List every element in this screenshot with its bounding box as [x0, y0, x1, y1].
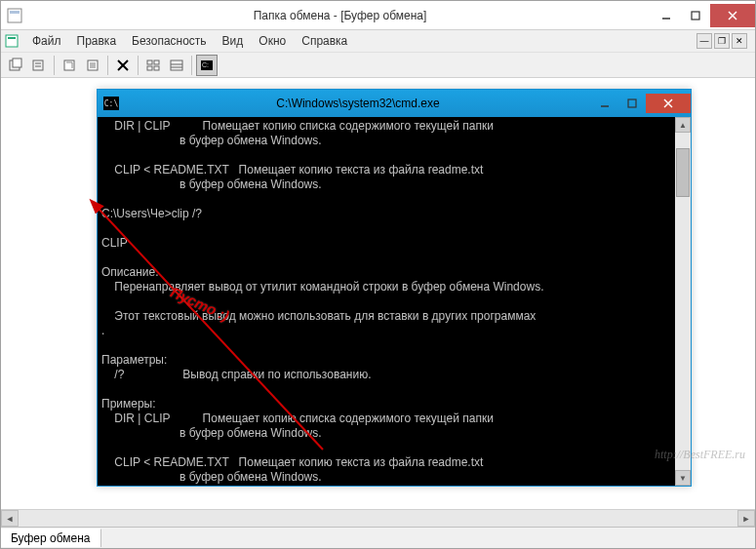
cmd-line: DIR | CLIP Помещает копию списка содержи… — [101, 412, 494, 425]
menu-file[interactable]: Файл — [24, 32, 69, 50]
window-title: Папка обмена - [Буфер обмена] — [28, 9, 652, 22]
cmd-line: CLIP < README.TXT Помещает копию текста … — [101, 455, 483, 469]
mdi-minimize-button[interactable]: — — [696, 33, 712, 49]
statusbar: Буфер обмена — [1, 527, 755, 548]
svg-rect-18 — [147, 60, 152, 64]
cmd-icon: C:\ — [103, 97, 119, 110]
scroll-track[interactable] — [675, 133, 691, 470]
toolbar: C: — [1, 53, 755, 78]
menu-help[interactable]: Справка — [294, 32, 355, 50]
toolbar-separator-2 — [107, 56, 108, 75]
svg-rect-19 — [154, 60, 159, 64]
app-window: Папка обмена - [Буфер обмена] Файл Правк… — [0, 0, 756, 549]
svg-rect-21 — [154, 66, 159, 70]
toolbar-separator-3 — [138, 56, 139, 75]
window-controls — [652, 4, 755, 27]
svg-rect-3 — [692, 12, 699, 20]
cmd-line: в буфер обмена Windows. — [101, 134, 322, 147]
status-tab[interactable]: Буфер обмена — [1, 529, 101, 547]
cmd-line: Перенаправляет вывод от утилит командной… — [101, 280, 543, 294]
cmd-line: Этот текстовый вывод можно использовать … — [101, 309, 536, 323]
scroll-thumb[interactable] — [676, 148, 690, 197]
cmd-line: в буфер обмена Windows. — [101, 177, 322, 191]
cmd-line: в буфер обмена Windows. — [101, 470, 322, 484]
close-button[interactable] — [710, 4, 755, 27]
minimize-button[interactable] — [652, 4, 681, 27]
toolbar-btn-3[interactable] — [59, 55, 80, 76]
cmd-line: CLIP — [101, 236, 128, 250]
svg-rect-10 — [33, 60, 43, 70]
cmd-line: Описание. — [101, 265, 159, 279]
mdi-close-button[interactable]: ✕ — [732, 33, 747, 49]
hscroll-track[interactable] — [19, 510, 737, 527]
menu-view[interactable]: Вид — [215, 32, 252, 50]
cmd-minimize-button[interactable] — [591, 94, 618, 113]
cmd-line: Примеры: — [101, 397, 156, 411]
hscroll-right-arrow-icon[interactable]: ► — [737, 510, 755, 527]
svg-rect-22 — [171, 60, 182, 70]
toolbar-delete-button[interactable] — [112, 55, 134, 76]
cmd-line: в буфер обмена Windows. — [101, 426, 322, 440]
menu-security[interactable]: Безопасность — [124, 32, 215, 50]
horizontal-scrollbar[interactable]: ◄ ► — [1, 509, 755, 527]
cmd-scrollbar[interactable]: ▲ ▼ — [675, 117, 691, 486]
toolbar-btn-1[interactable] — [5, 55, 26, 76]
cmd-line: C:\Users\Че>clip /? — [101, 207, 202, 220]
toolbar-btn-2[interactable] — [28, 55, 50, 76]
scroll-down-arrow-icon[interactable]: ▼ — [675, 470, 691, 486]
cmd-line: DIR | CLIP Помещает копию списка содержи… — [101, 119, 494, 133]
mdi-restore-button[interactable]: ❐ — [714, 33, 730, 49]
maximize-button[interactable] — [681, 4, 710, 27]
toolbar-btn-4[interactable] — [82, 55, 103, 76]
svg-rect-7 — [8, 37, 16, 39]
menu-edit[interactable]: Правка — [69, 32, 125, 50]
watermark: http://BestFREE.ru — [655, 448, 745, 462]
mdi-controls: — ❐ ✕ — [696, 33, 751, 49]
toolbar-separator-4 — [191, 56, 192, 75]
app-icon — [7, 8, 22, 23]
toolbar-cmd-button[interactable]: C: — [196, 55, 218, 76]
cmd-line: Параметры: — [101, 353, 167, 367]
cmd-line: /? Вывод справки по использованию. — [101, 368, 371, 381]
toolbar-view-2[interactable] — [166, 55, 187, 76]
svg-rect-28 — [628, 99, 636, 107]
toolbar-separator-1 — [54, 56, 55, 75]
menubar: Файл Правка Безопасность Вид Окно Справк… — [1, 30, 755, 53]
client-area: C:\ C:\Windows\system32\cmd.exe DIR | CL… — [1, 78, 755, 509]
hscroll-left-arrow-icon[interactable]: ◄ — [1, 510, 19, 527]
menu-icon — [5, 33, 20, 49]
menu-window[interactable]: Окно — [251, 32, 294, 50]
cmd-titlebar[interactable]: C:\ C:\Windows\system32\cmd.exe — [98, 90, 691, 117]
svg-rect-1 — [10, 11, 20, 14]
scroll-up-arrow-icon[interactable]: ▲ — [675, 117, 691, 133]
cmd-line: CLIP < README.TXT Помещает копию текста … — [101, 163, 483, 176]
svg-rect-20 — [147, 66, 152, 70]
cmd-close-button[interactable] — [646, 94, 691, 113]
titlebar: Папка обмена - [Буфер обмена] — [1, 1, 755, 30]
toolbar-view-1[interactable] — [142, 55, 164, 76]
cmd-maximize-button[interactable] — [618, 94, 646, 113]
svg-rect-15 — [90, 62, 96, 68]
cmd-line: . — [101, 324, 104, 337]
svg-text:C:: C: — [202, 61, 209, 68]
svg-rect-9 — [13, 59, 21, 67]
cmd-title: C:\Windows\system32\cmd.exe — [125, 97, 591, 110]
svg-rect-6 — [6, 35, 18, 47]
